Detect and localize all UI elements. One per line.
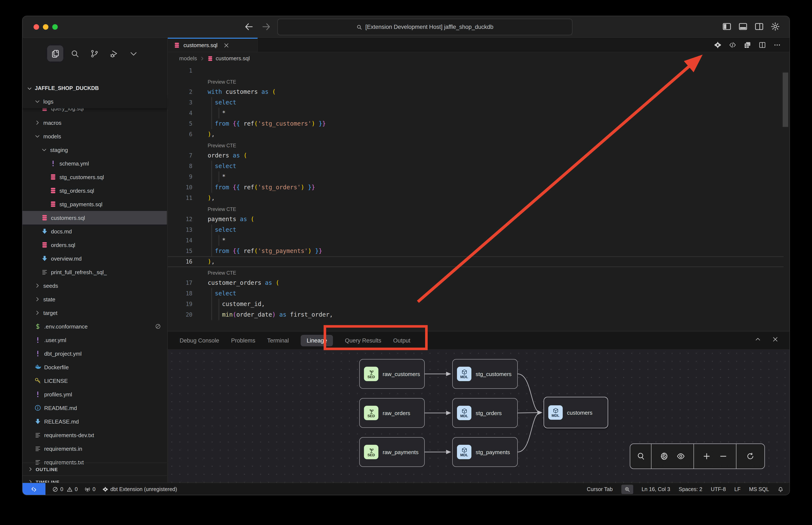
codelens-preview-cte[interactable]: Preview CTE [168,203,789,214]
tree-item-docs-md[interactable]: docs.md [23,225,167,238]
tree-item-readme-md[interactable]: README.md [23,401,167,415]
minus-icon[interactable] [719,452,728,461]
status-item-zoom-in[interactable] [621,484,633,494]
eye-icon[interactable] [677,452,685,461]
lineage-node-stg_orders[interactable]: MDLstg_orders [452,398,518,428]
status-item-0[interactable]: 0 [52,486,63,492]
tree-item-target[interactable]: target [23,306,167,319]
panel-tab-problems[interactable]: Problems [231,337,255,344]
tree-item-stg-payments-sql[interactable]: stg_payments.sql [23,197,167,211]
tree-item-seeds[interactable]: seeds [23,279,167,292]
tab-customers-sql[interactable]: customers.sql [168,38,258,52]
panel-tab-terminal[interactable]: Terminal [267,337,289,344]
remote-indicator[interactable] [23,483,45,495]
tree-item-requirements-in[interactable]: requirements.in [23,442,167,455]
tree-item-models[interactable]: models [23,130,167,143]
tree-item-staging[interactable]: staging [23,143,167,156]
tree-item-dockerfile[interactable]: Dockerfile [23,360,167,374]
status-item-0[interactable]: 0 [67,486,78,492]
layout-sidebar-left-icon[interactable] [722,21,732,31]
codelens-preview-cte[interactable]: Preview CTE [168,76,789,87]
ellipsis-icon[interactable] [773,41,781,49]
breadcrumb-folder[interactable]: models [179,55,197,62]
tree-item-dbt-project-yml[interactable]: dbt_project.yml [23,347,167,360]
tree-item-logs[interactable]: logs [23,95,167,108]
lineage-node-stg_payments[interactable]: MDLstg_payments [452,437,518,467]
tree-item-stg-customers-sql[interactable]: stg_customers.sql [23,170,167,184]
node-label: stg_customers [476,371,512,377]
close-icon[interactable] [772,336,779,343]
lineage-node-raw_customers[interactable]: SEDraw_customers [359,359,425,389]
close-icon[interactable] [223,42,229,48]
tree-item-profiles-yml[interactable]: profiles.yml [23,388,167,401]
tree-item--env-conformance[interactable]: .env.conformance [23,319,167,333]
lineage-node-raw_orders[interactable]: SEDraw_orders [359,398,425,428]
activity-explorer[interactable] [47,45,63,62]
tree-item-state[interactable]: state [23,292,167,306]
table-copy-icon[interactable] [744,41,751,49]
layout-sidebar-right-icon[interactable] [754,21,764,31]
traffic-light-zoom[interactable] [52,24,58,30]
tree-item-print-full-refresh-sql-[interactable]: print_full_refresh._sql_ [23,265,167,279]
status-item-spaces-2[interactable]: Spaces: 2 [679,486,702,492]
tree-item-macros[interactable]: macros [23,116,167,130]
history-back-icon[interactable] [244,21,254,32]
dbt-icon[interactable] [714,41,722,49]
tree-item-requirements-dev-txt[interactable]: requirements-dev.txt [23,428,167,442]
lineage-node-stg_customers[interactable]: MDLstg_customers [452,359,518,389]
activity-run-debug[interactable] [106,45,122,62]
cube-icon [552,407,559,414]
layout-controls [722,21,780,31]
tree-item-label: overview.md [51,255,82,262]
code-line-17: 17customer_orders as ( [168,278,789,288]
breadcrumb[interactable]: models customers.sql [168,52,789,65]
chevron-down-icon [34,99,40,104]
lineage-node-customers[interactable]: MDLcustomers [544,397,608,428]
explorer-project-header[interactable]: JAFFLE_SHOP_DUCKDB [27,85,99,91]
traffic-light-minimize[interactable] [43,24,48,30]
code-editor[interactable]: 1Preview CTE2with customers as (3 select… [168,65,789,331]
activity-source-control[interactable] [86,45,102,62]
tree-item-license[interactable]: LICENSE [23,374,167,388]
status-item-utf-8[interactable]: UTF-8 [711,486,726,492]
dbt-icon [102,486,108,492]
tree-item-release-md[interactable]: RELEASE.md [23,415,167,428]
lens-search-icon[interactable] [636,452,645,461]
status-item-ms-sql[interactable]: MS SQL [749,486,769,492]
command-center-search[interactable]: [Extension Development Host] jaffle_shop… [277,19,573,35]
status-item-bell[interactable] [778,486,784,492]
gear-icon[interactable] [770,21,780,31]
codelens-preview-cte[interactable]: Preview CTE [168,267,789,278]
lineage-canvas[interactable]: SEDraw_customersMDLstg_customersSEDraw_o… [168,349,789,483]
split-editor-icon[interactable] [758,41,766,49]
tree-item-customers-sql[interactable]: customers.sql [23,211,167,225]
tree-item-stg-orders-sql[interactable]: stg_orders.sql [23,184,167,197]
layout-panel-bottom-icon[interactable] [738,21,748,31]
traffic-light-close[interactable] [33,24,39,30]
panel-tab-debug-console[interactable]: Debug Console [180,337,219,344]
code-icon[interactable] [729,41,736,49]
database-icon [50,201,57,208]
bell-icon [778,486,784,492]
status-item-dbt-extension-unregistered-[interactable]: dbt Extension (unregistered) [102,486,177,492]
tree-item--user-yml[interactable]: .user.yml [23,333,167,347]
outline-section[interactable]: OUTLINE [23,463,167,475]
tree-item-query-log-sql[interactable]: query_log.sql [23,108,167,116]
plus-icon[interactable] [702,452,711,461]
lineage-node-raw_payments[interactable]: SEDraw_payments [359,437,425,467]
status-item-ln-16-col-3[interactable]: Ln 16, Col 3 [641,486,670,492]
tree-item-orders-sql[interactable]: orders.sql [23,238,167,252]
history-forward-icon[interactable] [261,21,271,32]
refresh-icon[interactable] [746,452,755,461]
tree-item-schema-yml[interactable]: schema.yml [23,156,167,170]
activity-chevron-down[interactable] [125,45,142,62]
status-item-cursor-tab[interactable]: Cursor Tab [587,486,613,492]
breadcrumb-file[interactable]: customers.sql [216,55,250,62]
codelens-preview-cte[interactable]: Preview CTE [168,140,789,150]
aperture-icon[interactable] [660,452,668,461]
tree-item-overview-md[interactable]: overview.md [23,252,167,265]
activity-search[interactable] [67,45,83,62]
status-item-lf[interactable]: LF [734,486,740,492]
status-item-0[interactable]: 0 [85,486,95,492]
chevron-up-icon[interactable] [755,336,761,343]
